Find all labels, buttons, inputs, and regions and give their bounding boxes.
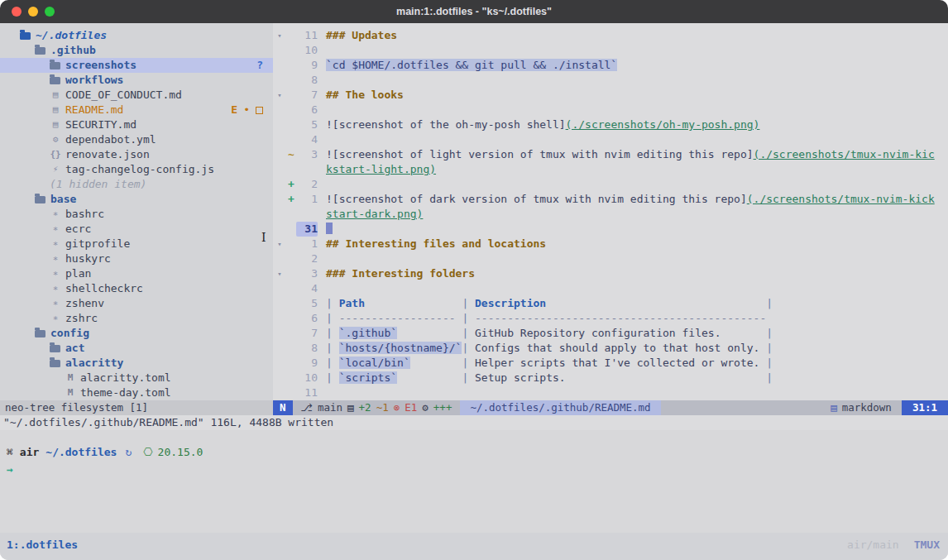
- git-sign: [286, 341, 296, 356]
- line-text: [318, 132, 948, 147]
- editor-line[interactable]: ▾7## The looks: [273, 88, 948, 103]
- tree-item-1-hidden-item[interactable]: (1 hidden item): [0, 177, 273, 192]
- editor-cursor: [326, 223, 333, 234]
- tree-item-dotfiles[interactable]: ~/.dotfiles: [0, 28, 273, 43]
- fold-marker: [273, 103, 286, 117]
- editor-line[interactable]: 4: [273, 281, 948, 296]
- line-text: [318, 43, 948, 58]
- editor-line[interactable]: 31: [273, 222, 948, 237]
- editor-line[interactable]: 10| `scripts` | Setup scripts. |: [273, 371, 948, 385]
- zoom-button[interactable]: [45, 7, 55, 17]
- editor-line[interactable]: 8: [273, 73, 948, 88]
- tree-item-plan[interactable]: ∗plan: [0, 266, 273, 281]
- git-sign: [286, 281, 296, 296]
- git-branch-icon: ⎇: [301, 400, 313, 415]
- braces-icon: {}: [50, 147, 61, 162]
- editor-line[interactable]: ▾11### Updates: [273, 28, 948, 43]
- editor-line[interactable]: 7| `.github` | GitHub Repository configu…: [273, 326, 948, 341]
- tree-item-theme-day-toml[interactable]: Mtheme-day.toml: [0, 385, 273, 400]
- tmux-window-label[interactable]: 1:.dotfiles: [7, 538, 78, 551]
- asterisk-icon: ∗: [50, 281, 61, 296]
- git-sign: [286, 311, 296, 326]
- tree-item-zshrc[interactable]: ∗zshrc: [0, 311, 273, 326]
- editor-line[interactable]: 10: [273, 43, 948, 58]
- line-number: 1: [296, 192, 318, 207]
- tree-item-huskyrc[interactable]: ∗huskyrc: [0, 251, 273, 266]
- titlebar[interactable]: main:1:.dotfiles - "ks~/.dotfiles": [0, 0, 948, 23]
- tree-item-gitprofile[interactable]: ∗gitprofile: [0, 237, 273, 251]
- refresh-icon: ↻: [125, 445, 132, 460]
- tree-item-shellcheckrc[interactable]: ∗shellcheckrc: [0, 281, 273, 296]
- fold-marker: [273, 356, 286, 371]
- line-text: [318, 251, 948, 266]
- zap-icon: ⚡: [50, 162, 61, 177]
- tree-item-bashrc[interactable]: ∗bashrc: [0, 207, 273, 222]
- minimize-button[interactable]: [28, 7, 38, 17]
- tree-item-base[interactable]: base: [0, 192, 273, 207]
- tree-item-readme-md[interactable]: ▤README.mdE•: [0, 103, 273, 117]
- tree-item-ecrc[interactable]: ∗ecrc: [0, 222, 273, 237]
- editor-line[interactable]: ▾3### Interesting folders: [273, 266, 948, 281]
- gear-icon: ⚙: [422, 400, 429, 415]
- git-sign: [286, 356, 296, 371]
- fold-marker[interactable]: ▾: [273, 237, 286, 251]
- git-sign: [286, 43, 296, 58]
- fold-marker[interactable]: ▾: [273, 28, 286, 43]
- editor-line[interactable]: 6| ------------------ | ----------------…: [273, 311, 948, 326]
- tree-item-act[interactable]: act: [0, 341, 273, 356]
- fold-marker: [273, 207, 286, 222]
- editor-line[interactable]: 11: [273, 385, 948, 400]
- editor-line[interactable]: 5| Path | Description |: [273, 296, 948, 311]
- fold-marker: [273, 117, 286, 132]
- git-sign: [286, 88, 296, 103]
- editor-line[interactable]: 9`cd $HOME/.dotfiles && git pull && ./in…: [273, 58, 948, 73]
- tree-item-security-md[interactable]: ▤SECURITY.md: [0, 117, 273, 132]
- tree-item-config[interactable]: config: [0, 326, 273, 341]
- editor-line[interactable]: 5![screenshot of the oh-my-posh shell](.…: [273, 117, 948, 132]
- git-sign: [286, 132, 296, 147]
- line-number: 4: [296, 281, 318, 296]
- tree-item-workflows[interactable]: workflows: [0, 73, 273, 88]
- asterisk-icon: ∗: [50, 207, 61, 222]
- line-number: 9: [296, 356, 318, 371]
- tmux-mode-label: TMUX: [914, 538, 940, 551]
- editor-buffer: ▾11### Updates109`cd $HOME/.dotfiles && …: [273, 28, 948, 400]
- toml-icon: M: [65, 385, 76, 400]
- editor-line[interactable]: start-dark.png): [273, 207, 948, 222]
- tree-item-label: tag-changelog-config.js: [65, 162, 214, 177]
- close-button[interactable]: [12, 7, 22, 17]
- git-sign: [286, 28, 296, 43]
- apple-icon: ⌘: [7, 445, 13, 460]
- command-line-message: "~/.dotfiles/.github/README.md" 116L, 44…: [0, 415, 948, 430]
- line-text: | `.github` | GitHub Repository configur…: [318, 326, 948, 341]
- line-number: 4: [296, 132, 318, 147]
- editor-line[interactable]: ▾1## Interesting files and locations: [273, 237, 948, 251]
- tree-item-zshenv[interactable]: ∗zshenv: [0, 296, 273, 311]
- fold-marker[interactable]: ▾: [273, 88, 286, 103]
- editor-line[interactable]: 9| `local/bin` | Helper scripts that I'v…: [273, 356, 948, 371]
- editor-line[interactable]: +1![screenshot of dark version of tmux w…: [273, 192, 948, 207]
- neo-tree-sidebar[interactable]: ~/.dotfiles.githubscreenshots?workflows▤…: [0, 23, 273, 400]
- editor-line[interactable]: ~3![screenshot of light version of tmux …: [273, 147, 948, 162]
- git-sign: [286, 266, 296, 281]
- tree-item-github[interactable]: .github: [0, 43, 273, 58]
- editor-line[interactable]: kstart-light.png): [273, 162, 948, 177]
- tree-item-screenshots[interactable]: screenshots?: [0, 58, 273, 73]
- editor-pane[interactable]: ▾11### Updates109`cd $HOME/.dotfiles && …: [273, 23, 948, 400]
- git-sign: [286, 222, 296, 237]
- tree-item-renovate-json[interactable]: {}renovate.json: [0, 147, 273, 162]
- tree-item-alacritty[interactable]: alacritty: [0, 356, 273, 371]
- git-modified-badge: [256, 107, 263, 114]
- editor-line[interactable]: 6: [273, 103, 948, 117]
- line-text: ![screenshot of dark version of tmux wit…: [318, 192, 948, 207]
- tree-item-label: shellcheckrc: [65, 281, 143, 296]
- editor-line[interactable]: +2: [273, 177, 948, 192]
- tree-item-code-of-conduct-md[interactable]: ▤CODE_OF_CONDUCT.md: [0, 88, 273, 103]
- fold-marker[interactable]: ▾: [273, 266, 286, 281]
- tree-item-dependabot-yml[interactable]: ⚙dependabot.yml: [0, 132, 273, 147]
- tree-item-alacritty-toml[interactable]: Malacritty.toml: [0, 371, 273, 385]
- editor-line[interactable]: 4: [273, 132, 948, 147]
- editor-line[interactable]: 8| `hosts/{hostname}/`| Configs that sho…: [273, 341, 948, 356]
- editor-line[interactable]: 2: [273, 251, 948, 266]
- tree-item-tag-changelog-config-js[interactable]: ⚡tag-changelog-config.js: [0, 162, 273, 177]
